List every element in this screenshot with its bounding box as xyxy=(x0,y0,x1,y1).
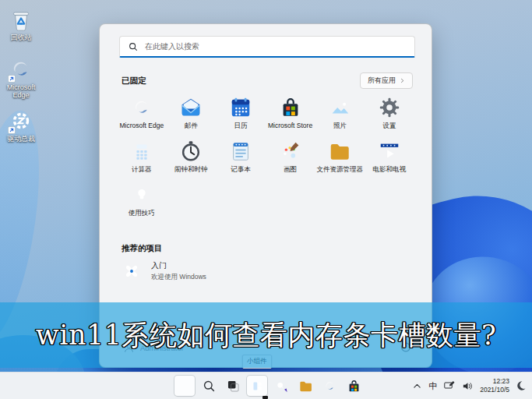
chat-button[interactable] xyxy=(271,376,291,396)
recycle-bin-icon xyxy=(8,6,34,33)
start-search xyxy=(119,36,415,58)
pinned-section-title: 已固定 xyxy=(122,76,146,87)
desktop-icon-driver-app[interactable]: 驱动总裁 xyxy=(2,108,40,143)
chat-bubble-icon xyxy=(274,379,289,394)
folder-icon xyxy=(328,139,351,163)
recommended-item-subtitle: 欢迎使用 Windows xyxy=(151,273,206,282)
mouse-cursor xyxy=(262,396,268,399)
volume-icon[interactable] xyxy=(462,380,474,392)
get-started-icon xyxy=(122,261,142,281)
all-apps-button[interactable]: 所有应用 xyxy=(360,72,413,89)
driver-app-shortcut-icon xyxy=(8,108,34,134)
windows-desktop: 回收站 Microsoft Edge 驱动总裁 已固定 所有应用 xyxy=(0,0,532,399)
mail-icon xyxy=(179,96,203,119)
focus-assist-moon-icon[interactable] xyxy=(516,380,527,391)
pinned-app-notepad[interactable]: 记事本 xyxy=(216,139,266,183)
search-icon xyxy=(128,41,139,52)
pinned-app-label: 使用技巧 xyxy=(129,209,155,218)
recommended-item-title: 入门 xyxy=(151,260,206,271)
start-button[interactable] xyxy=(174,376,195,396)
notepad-icon xyxy=(229,139,252,163)
tips-lightbulb-icon xyxy=(130,183,153,207)
pinned-app-calendar[interactable]: 日历 xyxy=(216,96,266,139)
tray-overflow-chevron-icon[interactable] xyxy=(412,381,422,391)
pinned-app-label: 照片 xyxy=(333,122,347,131)
desktop-icon-label: 回收站 xyxy=(2,34,40,41)
store-button[interactable] xyxy=(344,376,364,396)
all-apps-label: 所有应用 xyxy=(368,76,396,86)
pinned-app-label: 闹钟和时钟 xyxy=(174,165,208,175)
edge-shortcut-icon xyxy=(8,56,34,83)
task-view-icon xyxy=(226,379,241,394)
pinned-app-movies-tv[interactable]: 电影和电视 xyxy=(365,139,414,183)
calculator-icon xyxy=(130,139,153,163)
pinned-app-label: 邮件 xyxy=(185,122,198,131)
pinned-app-settings[interactable]: 设置 xyxy=(365,96,414,139)
taskbar-clock[interactable]: 12:23 2021/10/5 xyxy=(480,377,509,394)
microsoft-store-icon xyxy=(279,96,302,119)
settings-gear-icon xyxy=(378,96,401,119)
desktop-icon-label: Microsoft Edge xyxy=(2,83,40,100)
movies-tv-icon xyxy=(378,139,401,163)
search-input[interactable] xyxy=(119,36,415,58)
pinned-app-label: Microsoft Edge xyxy=(119,122,164,129)
recommended-item-get-started[interactable]: 入门 欢迎使用 Windows xyxy=(122,260,206,282)
pinned-app-edge[interactable]: Microsoft Edge xyxy=(117,96,167,139)
pinned-app-label: 记事本 xyxy=(231,165,251,175)
recommended-section-title: 推荐的项目 xyxy=(122,243,163,252)
tray-time: 12:23 xyxy=(480,377,509,386)
desktop-icon-edge[interactable]: Microsoft Edge xyxy=(2,56,40,100)
taskbar-search-button[interactable] xyxy=(199,376,219,396)
widgets-button[interactable] xyxy=(247,376,267,396)
search-icon xyxy=(202,379,217,394)
windows-start-icon xyxy=(178,379,192,394)
pinned-app-label: Microsoft Store xyxy=(268,122,312,129)
edge-button[interactable] xyxy=(319,376,340,396)
pinned-app-label: 设置 xyxy=(382,122,396,131)
desktop-icon-label: 驱动总裁 xyxy=(2,135,40,143)
pinned-app-store[interactable]: Microsoft Store xyxy=(266,96,315,139)
pinned-app-label: 计算器 xyxy=(132,165,152,175)
pinned-app-tips[interactable]: 使用技巧 xyxy=(117,183,167,227)
caption-overlay: win11系统如何查看内存条卡槽数量? xyxy=(0,302,532,368)
pinned-app-mail[interactable]: 邮件 xyxy=(167,96,217,139)
alarm-clock-icon xyxy=(179,139,203,163)
pinned-app-alarms[interactable]: 闹钟和时钟 xyxy=(167,139,217,183)
pinned-app-file-explorer[interactable]: 文件资源管理器 xyxy=(315,139,365,183)
pinned-app-photos[interactable]: 照片 xyxy=(315,96,365,139)
pen-input-icon[interactable] xyxy=(443,380,456,392)
pinned-app-label: 电影和电视 xyxy=(373,165,407,175)
shortcut-arrow-icon xyxy=(8,75,16,83)
pinned-app-label: 画图 xyxy=(284,165,297,175)
edge-icon xyxy=(322,379,337,394)
pinned-app-label: 文件资源管理器 xyxy=(316,165,363,175)
microsoft-store-icon xyxy=(347,379,361,394)
pinned-apps-grid: Microsoft Edge 邮件 日历 Microsoft Store 照片 … xyxy=(117,96,414,227)
photos-icon xyxy=(328,96,351,119)
pinned-app-calculator[interactable]: 计算器 xyxy=(117,139,167,183)
paint-palette-icon xyxy=(279,139,302,163)
chevron-right-icon xyxy=(400,78,405,83)
pinned-app-paint[interactable]: 画图 xyxy=(266,139,315,183)
caption-text: win11系统如何查看内存条卡槽数量? xyxy=(36,317,497,354)
system-tray: 中 12:23 2021/10/5 xyxy=(412,373,527,399)
taskbar-center-icons xyxy=(174,376,364,396)
task-view-button[interactable] xyxy=(223,376,243,396)
tray-date: 2021/10/5 xyxy=(480,386,509,394)
file-explorer-button[interactable] xyxy=(295,376,315,396)
widgets-icon xyxy=(250,379,265,394)
folder-icon xyxy=(298,379,313,394)
pinned-app-label: 日历 xyxy=(234,122,247,131)
ime-indicator[interactable]: 中 xyxy=(428,380,437,392)
desktop-icon-recycle-bin[interactable]: 回收站 xyxy=(2,6,40,41)
shortcut-arrow-icon xyxy=(8,126,16,134)
edge-icon xyxy=(130,96,153,119)
taskbar: 中 12:23 2021/10/5 xyxy=(0,372,532,399)
calendar-icon xyxy=(229,96,252,119)
